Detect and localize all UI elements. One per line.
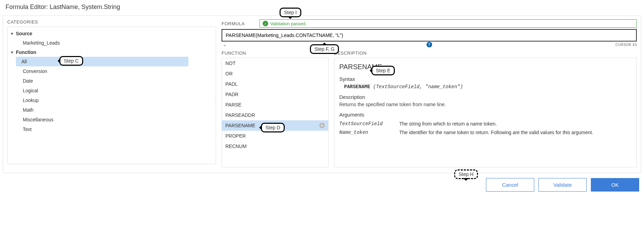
function-item-date[interactable]: Date bbox=[21, 76, 214, 86]
formula-column: FORMULA ✓ Validation passed. ⌄ ? CURSOR … bbox=[222, 19, 637, 167]
function-item-not[interactable]: NOT bbox=[222, 58, 328, 68]
arg-row: TextSourceField The string from which to… bbox=[339, 120, 632, 128]
function-item-more[interactable] bbox=[222, 151, 328, 162]
cancel-button[interactable]: Cancel bbox=[486, 178, 534, 192]
args-label: Arguments bbox=[339, 111, 632, 119]
desc-text: Returns the specified name token from na… bbox=[339, 101, 632, 108]
arg-name: TextSourceField bbox=[339, 120, 391, 128]
validation-status: ✓ Validation passed. bbox=[260, 19, 637, 28]
categories-box: ▼ Source Marketing_Leads ▼ Function All … bbox=[7, 27, 216, 164]
description-header: DESCRIPTION bbox=[334, 50, 637, 56]
function-item-miscellaneous[interactable]: Miscellaneous bbox=[21, 115, 214, 124]
function-item-parse[interactable]: PARSE bbox=[222, 100, 328, 110]
arg-desc: The identifier for the name token to ret… bbox=[399, 129, 632, 136]
function-list[interactable]: NOT OR PADL PADR PARSE PARSEADDR PARSENA… bbox=[222, 58, 329, 167]
validate-button[interactable]: Validate bbox=[538, 178, 587, 192]
function-item-conversion[interactable]: Conversion bbox=[21, 66, 214, 76]
chevron-down-icon[interactable]: ⌄ bbox=[222, 42, 228, 47]
source-item-marketing-leads[interactable]: Marketing_Leads bbox=[9, 38, 214, 48]
formula-label: FORMULA bbox=[222, 21, 256, 26]
tree-source[interactable]: ▼ Source bbox=[9, 29, 214, 38]
function-item-recnum[interactable]: RECNUM bbox=[222, 141, 328, 151]
arg-desc: The string from which to return a name t… bbox=[399, 120, 632, 128]
page-title: Formula Editor: LastName, System.String bbox=[0, 0, 644, 16]
drag-handle-icon[interactable]: ⋮⋮ bbox=[213, 96, 216, 104]
cursor-position: CURSOR 43 bbox=[615, 43, 637, 47]
arg-name: Name_token bbox=[339, 129, 391, 136]
function-item-text[interactable]: Text bbox=[21, 124, 214, 134]
syntax-label: Syntax bbox=[339, 75, 632, 83]
ok-button[interactable]: OK bbox=[591, 178, 639, 192]
tree-function[interactable]: ▼ Function bbox=[9, 48, 214, 57]
function-item-padr[interactable]: PADR bbox=[222, 89, 328, 100]
formula-input[interactable] bbox=[222, 29, 637, 41]
function-item-logical[interactable]: Logical bbox=[21, 86, 214, 95]
tree-source-label: Source bbox=[16, 31, 32, 36]
plus-icon[interactable]: + bbox=[319, 123, 325, 128]
callout-step-e: Step E bbox=[371, 66, 395, 75]
callout-step-i: Step I bbox=[280, 8, 301, 17]
help-icon[interactable]: ? bbox=[427, 42, 432, 47]
button-bar: Cancel Validate OK bbox=[0, 173, 644, 192]
categories-header: CATEGORIES bbox=[7, 19, 216, 25]
callout-step-d: Step D bbox=[261, 123, 285, 132]
caret-down-icon: ▼ bbox=[10, 50, 16, 54]
categories-column: CATEGORIES ▼ Source Marketing_Leads ▼ Fu… bbox=[7, 19, 216, 167]
callout-step-fg: Step F, G bbox=[310, 44, 339, 54]
check-icon: ✓ bbox=[263, 21, 268, 26]
callout-step-h: Step H bbox=[454, 169, 478, 179]
function-item-parseaddr[interactable]: PARSEADDR bbox=[222, 110, 328, 120]
function-item-all[interactable]: All bbox=[16, 57, 188, 66]
desc-label: Description bbox=[339, 93, 632, 101]
syntax-line: PARSENAME (TextSourceField, "name_token"… bbox=[339, 83, 632, 91]
function-item-math[interactable]: Math bbox=[21, 105, 214, 115]
callout-step-c: Step C bbox=[59, 56, 83, 66]
caret-down-icon: ▼ bbox=[10, 32, 16, 36]
arg-row: Name_token The identifier for the name t… bbox=[339, 129, 632, 136]
function-item-lookup[interactable]: Lookup bbox=[21, 95, 214, 105]
function-item-or[interactable]: OR bbox=[222, 68, 328, 79]
tree-function-label: Function bbox=[16, 49, 36, 55]
main-panel: CATEGORIES ▼ Source Marketing_Leads ▼ Fu… bbox=[3, 16, 641, 173]
function-item-padl[interactable]: PADL bbox=[222, 79, 328, 89]
